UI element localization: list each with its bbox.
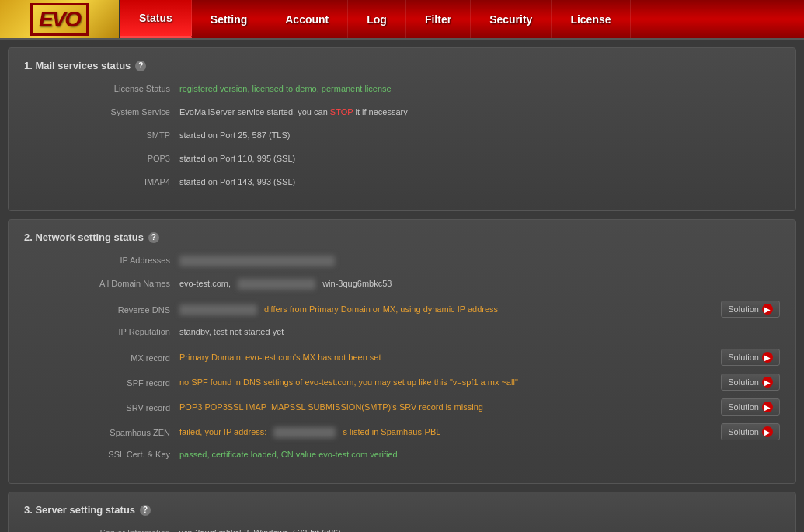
nav-item-security[interactable]: Security (471, 0, 552, 38)
spamhaus-solution-label: Solution (728, 427, 759, 436)
logo: EVO (0, 0, 120, 38)
reverse-dns-label: Reverse DNS (24, 304, 179, 315)
spamhaus-row: Spamhaus ZEN failed, your IP address: s … (24, 423, 780, 440)
ip-addresses-label: IP Addresses (24, 254, 179, 265)
spamhaus-solution-arrow-icon: ▶ (762, 426, 773, 437)
header: EVO StatusSettingAccountLogFilterSecurit… (0, 0, 804, 40)
server-info-label: Server Information (24, 527, 179, 532)
nav-item-log[interactable]: Log (348, 0, 406, 38)
ssl-cert-value: passed, certificate loaded, CN value evo… (179, 448, 780, 461)
ssl-cert-row: SSL Cert. & Key passed, certificate load… (24, 448, 780, 464)
mx-solution-label: Solution (728, 353, 759, 362)
rdns-solution-label: Solution (728, 304, 759, 314)
network-status-section: 2. Network setting status ? IP Addresses… (8, 219, 796, 484)
rdns-solution-arrow-icon: ▶ (762, 304, 773, 315)
spamhaus-value: failed, your IP address: s listed in Spa… (179, 426, 721, 439)
imap4-value: started on Port 143, 993 (SSL) (179, 176, 780, 189)
ssl-cert-label: SSL Cert. & Key (24, 448, 179, 459)
system-service-value: EvoMailServer service started, you can S… (179, 106, 780, 119)
srv-solution-button[interactable]: Solution ▶ (721, 398, 780, 416)
nav-item-setting[interactable]: Setting (192, 0, 266, 38)
server-info-row: Server Information win-3qug6mbkc53, Wind… (24, 527, 780, 532)
smtp-row: SMTP started on Port 25, 587 (TLS) (24, 129, 780, 144)
srv-record-label: SRV record (24, 402, 179, 412)
srv-record-row: SRV record POP3 POP3SSL IMAP IMAPSSL SUB… (24, 398, 780, 416)
srv-record-value: POP3 POP3SSL IMAP IMAPSSL SUBMISSION(SMT… (179, 401, 721, 414)
spf-solution-button[interactable]: Solution ▶ (721, 374, 780, 391)
rdns-solution-button[interactable]: Solution ▶ (721, 301, 780, 318)
pop3-label: POP3 (24, 152, 179, 163)
system-service-row: System Service EvoMailServer service sta… (24, 106, 780, 121)
spf-record-value: no SPF found in DNS settings of evo-test… (179, 376, 721, 389)
reverse-dns-row: Reverse DNS differs from Primary Domain … (24, 301, 780, 318)
mx-record-label: MX record (24, 352, 179, 363)
nav-item-filter[interactable]: Filter (406, 0, 471, 38)
imap4-row: IMAP4 started on Port 143, 993 (SSL) (24, 176, 780, 191)
server-status-title: 3. Server setting status ? (24, 504, 780, 516)
stop-link[interactable]: STOP (330, 107, 353, 116)
mail-status-section: 1. Mail services status ? License Status… (8, 47, 796, 211)
network-status-title: 2. Network setting status ? (24, 231, 780, 243)
spamhaus-label: Spamhaus ZEN (24, 426, 179, 437)
network-status-help-icon[interactable]: ? (148, 232, 159, 243)
main-nav: StatusSettingAccountLogFilterSecurityLic… (120, 0, 804, 38)
server-info-value: win-3qug6mbkc53, Windows 7 32-bit (x86) (179, 527, 780, 532)
mx-solution-arrow-icon: ▶ (762, 352, 773, 363)
smtp-value: started on Port 25, 587 (TLS) (179, 129, 780, 142)
rdns-blurred (179, 304, 257, 315)
spf-solution-arrow-icon: ▶ (762, 377, 773, 388)
mx-record-row: MX record Primary Domain: evo-test.com's… (24, 349, 780, 366)
mail-status-help-icon[interactable]: ? (135, 61, 146, 71)
domain-names-value: evo-test.com, win-3qug6mbkc53 (179, 277, 780, 290)
ip-reputation-value: standby, test not started yet (179, 325, 780, 339)
ip-reputation-label: IP Reputation (24, 325, 179, 336)
content: 1. Mail services status ? License Status… (0, 40, 804, 532)
ip-blurred (179, 256, 335, 266)
imap4-label: IMAP4 (24, 176, 179, 186)
nav-item-status[interactable]: Status (120, 0, 192, 38)
license-label: License Status (24, 82, 179, 93)
spf-solution-label: Solution (728, 377, 759, 387)
domain-names-label: All Domain Names (24, 277, 179, 288)
license-value: registered version, licensed to demo, pe… (179, 82, 780, 96)
ip-addresses-value (179, 254, 780, 267)
mail-status-title: 1. Mail services status ? (24, 60, 780, 71)
domain-names-row: All Domain Names evo-test.com, win-3qug6… (24, 277, 780, 293)
nav-item-account[interactable]: Account (266, 0, 348, 38)
nav-item-license[interactable]: License (552, 0, 630, 38)
smtp-label: SMTP (24, 129, 179, 140)
system-service-label: System Service (24, 106, 179, 116)
license-row: License Status registered version, licen… (24, 82, 780, 98)
server-status-section: 3. Server setting status ? Server Inform… (8, 492, 796, 532)
pop3-row: POP3 started on Port 110, 995 (SSL) (24, 152, 780, 168)
mx-record-value: Primary Domain: evo-test.com's MX has no… (179, 351, 721, 364)
srv-solution-label: Solution (728, 402, 759, 412)
reverse-dns-value: differs from Primary Domain or MX, using… (179, 303, 721, 316)
ip-addresses-row: IP Addresses (24, 254, 780, 269)
spamhaus-solution-button[interactable]: Solution ▶ (721, 423, 780, 440)
pop3-value: started on Port 110, 995 (SSL) (179, 152, 780, 165)
srv-solution-arrow-icon: ▶ (762, 402, 773, 412)
spf-record-label: SPF record (24, 377, 179, 388)
mx-solution-button[interactable]: Solution ▶ (721, 349, 780, 366)
server-status-help-icon[interactable]: ? (140, 505, 151, 516)
domain-blurred (238, 279, 315, 290)
spf-record-row: SPF record no SPF found in DNS settings … (24, 374, 780, 391)
spamhaus-ip-blurred (273, 427, 336, 438)
logo-text: EVO (39, 7, 80, 31)
ip-reputation-row: IP Reputation standby, test not started … (24, 325, 780, 341)
